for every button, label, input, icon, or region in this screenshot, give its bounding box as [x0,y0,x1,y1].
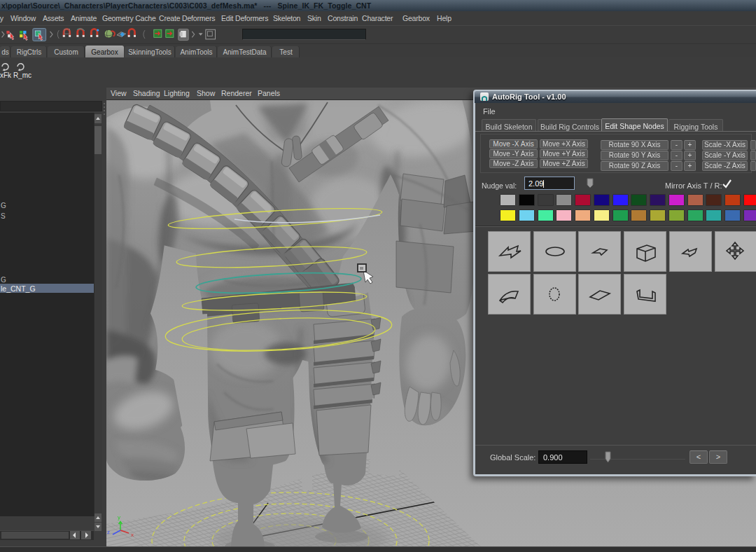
svg-text:z: z [107,529,110,535]
svg-text:x: x [131,532,134,538]
svg-text:Panels: Panels [258,89,280,97]
svg-text:y: y [118,514,120,520]
svg-text:Shading: Shading [133,89,160,97]
svg-text:Renderer: Renderer [221,89,252,97]
svg-text:Show: Show [197,89,216,97]
svg-text:Lighting: Lighting [164,89,190,97]
svg-text:View: View [111,89,127,97]
